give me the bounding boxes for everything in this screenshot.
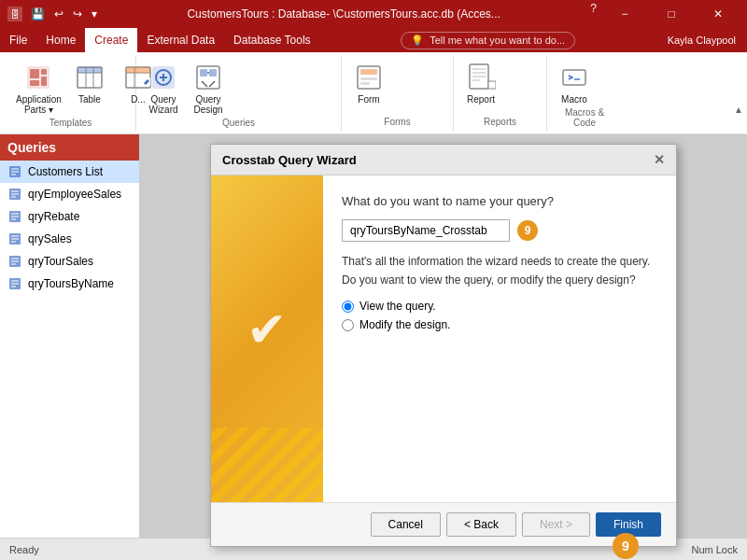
qry-tour-sales-label: qryTourSales [28, 255, 93, 268]
ribbon-collapse-btn[interactable]: ▲ [734, 105, 743, 115]
step-badge-footer: 9 [613, 533, 639, 559]
qry-sales-label: qrySales [28, 232, 72, 245]
dialog-info1: That's all the information the wizard ne… [342, 255, 657, 268]
ribbon-group-macros: Macro Macros & Code [547, 56, 622, 131]
wizard-checkmark-icon: ✔ [247, 301, 288, 357]
form-label: Form [358, 94, 379, 105]
svg-rect-9 [78, 67, 102, 73]
sidebar-item-qry-employee-sales[interactable]: qryEmployeeSales [0, 183, 139, 205]
sidebar-item-qry-sales[interactable]: qrySales [0, 228, 139, 250]
query-icon-2 [7, 187, 22, 202]
dialog-content: What do you want to name your query? 9 T… [323, 175, 676, 502]
cancel-button[interactable]: Cancel [371, 512, 441, 537]
table-btn[interactable]: Table [68, 58, 111, 107]
sidebar-item-customers-list[interactable]: Customers List [0, 161, 139, 183]
maximize-btn[interactable]: □ [650, 0, 693, 28]
dialog-sidebar-decoration: ✔ [211, 175, 323, 502]
radio-view-query[interactable]: View the query. [342, 300, 657, 313]
templates-group-label: Templates [11, 118, 130, 130]
query-design-btn[interactable]: QueryDesign [187, 58, 230, 118]
next-button[interactable]: Next > [522, 512, 590, 537]
undo-qa-btn[interactable]: ↩ [51, 6, 66, 22]
ribbon-group-reports: Report Reports [454, 56, 547, 131]
radio-modify-design[interactable]: Modify the design. [342, 318, 657, 331]
dialog-titlebar: Crosstab Query Wizard ✕ [211, 145, 676, 175]
save-qa-btn[interactable]: 💾 [28, 6, 48, 22]
macro-icon [557, 61, 591, 94]
dialog-close-btn[interactable]: ✕ [654, 152, 665, 167]
svg-marker-30 [488, 81, 496, 89]
menu-home[interactable]: Home [36, 28, 85, 52]
minimize-btn[interactable]: − [603, 0, 646, 28]
dialog-footer: Cancel < Back Next > Finish 9 [211, 502, 676, 546]
svg-rect-31 [563, 70, 585, 85]
query-design-icon [191, 61, 225, 94]
step-badge-input: 9 [517, 220, 538, 241]
redo-qa-btn[interactable]: ↪ [70, 6, 85, 22]
sidebar-item-qry-tours-by-name[interactable]: qryToursByName [0, 273, 139, 295]
tell-me-text: Tell me what you want to do... [430, 35, 565, 46]
window-title: CustomersTours : Database- \CustomersTou… [100, 7, 587, 21]
dialog-question-text: What do you want to name your query? [342, 194, 657, 208]
menu-database-tools[interactable]: Database Tools [224, 28, 320, 52]
menubar: File Home Create External Data Database … [0, 28, 747, 52]
sidebar-item-qry-tour-sales[interactable]: qryTourSales [0, 250, 139, 273]
query-wizard-btn[interactable]: QueryWizard [142, 58, 185, 118]
radio-modify-input[interactable] [342, 319, 354, 331]
dialog-body: ✔ What do you want to name your query? 9… [211, 175, 676, 502]
app-icon: 🗄 [7, 7, 22, 21]
sidebar-item-qry-rebate[interactable]: qryRebate [0, 205, 139, 228]
titlebar-left: 🗄 💾 ↩ ↪ ▾ [7, 6, 100, 22]
query-name-input[interactable] [342, 219, 510, 242]
status-left: Ready [9, 544, 39, 555]
qa-dropdown-btn[interactable]: ▾ [89, 6, 100, 22]
query-design-label: QueryDesign [193, 94, 222, 115]
report-btn[interactable]: Report [459, 58, 502, 107]
application-parts-btn[interactable]: ApplicationParts ▾ [11, 58, 66, 118]
query-icon-6 [7, 276, 22, 291]
quick-access: 💾 ↩ ↪ ▾ [28, 6, 100, 22]
report-icon [464, 61, 498, 94]
application-parts-icon [21, 61, 55, 94]
radio-view-input[interactable] [342, 301, 354, 313]
view-options-group: View the query. Modify the design. [342, 300, 657, 331]
ribbon-queries-buttons: QueryWizard QueryDesign [142, 58, 335, 118]
lightbulb-icon: 💡 [411, 35, 424, 47]
back-button[interactable]: < Back [446, 512, 516, 537]
query-name-row: 9 [342, 219, 657, 242]
dialog-overlay: Crosstab Query Wizard ✕ ✔ What do you wa… [140, 134, 747, 538]
queries-group-label: Queries [142, 118, 335, 130]
help-btn[interactable]: ? [587, 0, 599, 28]
user-name: Kayla Claypool [656, 35, 747, 46]
query-icon [7, 164, 22, 179]
ribbon-group-queries: QueryWizard QueryDesign Queries [136, 56, 342, 131]
query-wizard-label: QueryWizard [148, 94, 177, 115]
ribbon: ApplicationParts ▾ Table [0, 52, 747, 134]
svg-rect-28 [472, 76, 486, 77]
form-btn[interactable]: Form [347, 58, 390, 107]
sidebar: Queries Customers List qryEmployeeSales [0, 134, 140, 538]
close-btn[interactable]: ✕ [697, 0, 740, 28]
dialog-title: Crosstab Query Wizard [222, 153, 357, 167]
reports-group-label: Reports [459, 117, 541, 129]
titlebar: 🗄 💾 ↩ ↪ ▾ CustomersTours : Database- \Cu… [0, 0, 747, 28]
tell-me-bar[interactable]: 💡 Tell me what you want to do... [401, 32, 575, 49]
qry-employee-sales-label: qryEmployeeSales [28, 188, 121, 201]
menu-external-data[interactable]: External Data [137, 28, 224, 52]
svg-rect-3 [41, 69, 47, 75]
svg-rect-1 [30, 69, 39, 78]
qry-tours-by-name-label: qryToursByName [28, 277, 114, 290]
macro-label: Macro [561, 94, 587, 105]
macro-btn[interactable]: Macro [553, 58, 596, 107]
svg-rect-18 [200, 69, 207, 77]
svg-rect-2 [30, 80, 39, 86]
svg-rect-27 [472, 72, 486, 74]
svg-rect-4 [41, 77, 47, 86]
radio-modify-label: Modify the design. [359, 318, 450, 331]
sidebar-header: Queries [0, 134, 139, 161]
application-parts-label: ApplicationParts ▾ [16, 94, 62, 115]
menu-file[interactable]: File [0, 28, 36, 52]
macros-group-label: Macros & Code [553, 107, 616, 130]
dialog-info2: Do you want to view the query, or modify… [342, 273, 657, 287]
menu-create[interactable]: Create [85, 28, 137, 52]
